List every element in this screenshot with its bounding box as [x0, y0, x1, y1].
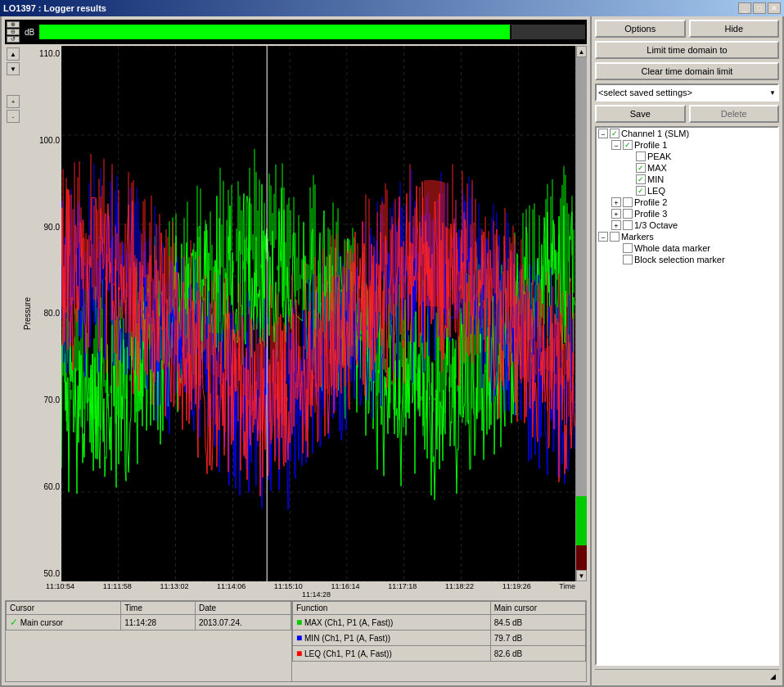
x-tick: 11:16:14 — [331, 582, 360, 590]
hide-button[interactable]: Hide — [689, 20, 780, 38]
function-row: ■ MAX (Ch1, P1 (A, Fast))84.5 dB — [293, 615, 586, 631]
window-controls[interactable]: _ □ ✕ — [738, 2, 781, 14]
x-tick: 11:11:58 — [103, 582, 132, 590]
y-tick: 70.0 — [34, 395, 60, 405]
tree-item[interactable]: ✓LEQ — [597, 185, 777, 197]
tree-item-label: LEQ — [647, 186, 665, 196]
tree-checkbox[interactable]: ✓ — [636, 163, 646, 173]
tree-expand-icon[interactable]: − — [611, 140, 621, 150]
tree-checkbox[interactable] — [623, 255, 633, 264]
function-name: LEQ (Ch1, P1 (A, Fast)) — [304, 649, 392, 658]
y-axis-ticks: 110.0100.090.080.070.060.050.0 — [33, 46, 61, 581]
tree-item[interactable]: −Markers — [597, 231, 777, 242]
select-arrow-icon: ▼ — [769, 89, 776, 97]
scroll-up-button[interactable]: ▲ — [7, 47, 20, 61]
scroll-end[interactable] — [576, 545, 587, 570]
tree-item[interactable]: −✓Profile 1 — [597, 139, 777, 151]
tree-checkbox[interactable] — [623, 243, 633, 253]
function-row: ■ MIN (Ch1, P1 (A, Fast))79.7 dB — [293, 631, 586, 646]
tree-item-label: Channel 1 (SLM) — [621, 129, 689, 138]
tree-item[interactable]: −✓Channel 1 (SLM) — [597, 128, 777, 139]
scroll-down-button[interactable]: ▼ — [7, 62, 20, 75]
scroll-right-up[interactable]: ▲ — [576, 46, 587, 57]
zoom-controls[interactable]: ⊕ ⊖ ↺ — [7, 21, 20, 43]
y-axis-label: Pressure — [21, 46, 33, 581]
chart-canvas — [61, 46, 575, 581]
tree-expand-icon[interactable]: − — [598, 232, 608, 242]
tree-item[interactable]: PEAK — [597, 151, 777, 162]
limit-time-button[interactable]: Limit time domain to — [595, 41, 779, 59]
tree-expand-icon[interactable]: + — [611, 209, 621, 219]
function-color-icon: ■ — [296, 648, 302, 659]
left-icons[interactable]: ▲ ▼ + - — [5, 46, 21, 581]
y-tick: 90.0 — [34, 223, 60, 232]
tree-item[interactable]: +1/3 Octave — [597, 219, 777, 231]
maximize-button[interactable]: □ — [753, 2, 766, 14]
save-button[interactable]: Save — [595, 105, 686, 123]
x-tick: 11:14:06 — [217, 582, 246, 590]
resize-icon: ◢ — [770, 672, 776, 680]
minimize-button[interactable]: _ — [738, 2, 751, 14]
function-rows: ■ MAX (Ch1, P1 (A, Fast))84.5 dB■ MIN (C… — [293, 615, 586, 662]
scroll-right-down[interactable]: ▼ — [576, 570, 587, 581]
tree-checkbox[interactable] — [610, 232, 620, 242]
zoom-out-button[interactable]: - — [7, 110, 20, 123]
level-bar — [39, 25, 510, 39]
y-tick: 110.0 — [34, 49, 60, 58]
tree-checkbox[interactable] — [636, 151, 646, 161]
tree-checkbox[interactable]: ✓ — [636, 174, 646, 184]
tree-checkbox[interactable] — [623, 220, 633, 230]
db-label: dB — [25, 28, 34, 37]
right-scrollbar[interactable]: ▲ ▼ — [575, 46, 587, 581]
tree-view[interactable]: −✓Channel 1 (SLM)−✓Profile 1PEAK✓MAX✓MIN… — [595, 126, 779, 666]
zoom-icon[interactable]: ⊕ — [7, 21, 20, 28]
y-tick: 60.0 — [34, 482, 60, 491]
chart-area: ▲ ▼ + - Pressure 110.0100.090.080.070.06… — [5, 46, 587, 581]
function-value: 82.6 dB — [490, 646, 585, 662]
chart-canvas-element — [61, 46, 575, 581]
zoom-in-button[interactable]: + — [7, 95, 20, 108]
tree-checkbox[interactable]: ✓ — [636, 186, 646, 196]
tree-item-label: Markers — [621, 232, 654, 242]
pan-icon[interactable]: ⊖ — [7, 29, 20, 35]
tree-item-label: Profile 2 — [634, 197, 667, 207]
tree-checkbox[interactable]: ✓ — [623, 140, 633, 150]
scroll-thumb[interactable] — [576, 496, 587, 545]
tree-item[interactable]: ✓MIN — [597, 174, 777, 185]
delete-button[interactable]: Delete — [689, 105, 780, 123]
tree-item[interactable]: ✓MAX — [597, 162, 777, 174]
window-title: LO1397 : Logger results — [3, 3, 106, 13]
title-bar: LO1397 : Logger results _ □ ✕ — [0, 0, 784, 16]
tree-item[interactable]: +Profile 3 — [597, 208, 777, 219]
tree-checkbox[interactable]: ✓ — [610, 129, 620, 138]
function-name: MAX (Ch1, P1 (A, Fast)) — [304, 618, 393, 627]
tree-expand-icon[interactable]: + — [611, 197, 621, 207]
tree-item-label: PEAK — [647, 151, 671, 161]
tree-checkbox[interactable] — [623, 209, 633, 219]
select-placeholder: <select saved settings> — [598, 88, 692, 97]
right-panel: Options Hide Limit time domain to Clear … — [590, 16, 782, 685]
tree-item[interactable]: Block selection marker — [597, 254, 777, 265]
x-tick: 11:10:54 — [46, 582, 74, 590]
function-name: MIN (Ch1, P1 (A, Fast)) — [304, 634, 390, 643]
tree-checkbox[interactable] — [623, 197, 633, 207]
options-button[interactable]: Options — [595, 20, 686, 38]
chart-panel: ⊕ ⊖ ↺ dB ▲ ▼ + - Pressure 110.0100.090.0… — [2, 16, 590, 685]
tree-expand-icon[interactable]: + — [611, 220, 621, 230]
x-tick: 11:15:10 — [274, 582, 303, 590]
function-value: 84.5 dB — [490, 615, 585, 631]
tree-item[interactable]: +Profile 2 — [597, 197, 777, 208]
tree-item[interactable]: Whole data marker — [597, 242, 777, 254]
clear-time-button[interactable]: Clear time domain limit — [595, 62, 779, 80]
function-table: Function Main cursor ■ MAX (Ch1, P1 (A, … — [292, 601, 586, 681]
reset-icon[interactable]: ↺ — [7, 36, 20, 43]
scroll-track[interactable] — [576, 57, 587, 496]
tree-item-label: Profile 3 — [634, 209, 667, 219]
function-row: ■ LEQ (Ch1, P1 (A, Fast))82.6 dB — [293, 646, 586, 662]
tree-item-label: Block selection marker — [634, 255, 725, 264]
saved-settings-select[interactable]: <select saved settings> ▼ — [595, 84, 779, 102]
tree-expand-icon[interactable]: − — [598, 129, 608, 138]
col-date: Date — [195, 602, 291, 615]
close-button[interactable]: ✕ — [768, 2, 781, 14]
cursor-checkmark: ✓ — [10, 617, 18, 628]
